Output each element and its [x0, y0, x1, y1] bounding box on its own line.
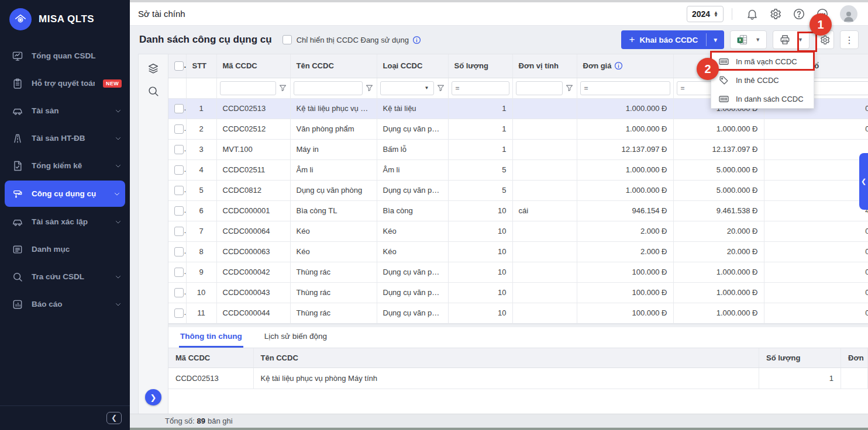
info-icon[interactable]	[412, 36, 421, 44]
sidebar-item-6[interactable]: Tài sản xác lập	[0, 208, 130, 235]
right-panel-handle[interactable]: ❮	[859, 153, 868, 210]
filter-operator[interactable]: =	[454, 84, 463, 92]
table-cell	[512, 139, 577, 159]
table-cell: 2.000 Đ	[577, 221, 673, 241]
table-row[interactable]: 7CCDC000064KéoKéo102.000 Đ20.000 Đ0	[168, 221, 868, 241]
row-checkbox[interactable]	[174, 227, 184, 236]
bell-icon[interactable]	[746, 8, 759, 20]
table-cell: 0	[764, 282, 868, 303]
price-info-icon[interactable]	[614, 61, 623, 70]
filter-input[interactable]	[463, 84, 507, 92]
table-row[interactable]: 9CCDC000042Thùng rácDụng cụ văn phòn...1…	[168, 262, 868, 282]
filter-box: =	[452, 81, 509, 95]
filter-select-caret-icon[interactable]: ▼	[423, 85, 431, 91]
table-row[interactable]: 2CCDC02512Văn phòng phẩmDụng cụ văn phòn…	[168, 119, 868, 139]
filter-funnel-icon[interactable]	[565, 84, 574, 92]
col-header-ma-ccdc[interactable]: Mã CCDC	[216, 54, 290, 78]
sidebar-item-7[interactable]: Danh mục	[0, 235, 130, 263]
filter-input[interactable]	[383, 84, 423, 92]
tab-thong-tin-chung[interactable]: Thông tin chung	[179, 327, 243, 348]
more-actions-icon[interactable]: ⋮	[840, 30, 859, 49]
col-header-loai-ccdc[interactable]: Loại CCDC	[377, 54, 448, 78]
filter-funnel-icon[interactable]	[436, 84, 445, 92]
print-dropdown-chevron-icon[interactable]: ▼	[794, 31, 807, 48]
row-checkbox[interactable]	[174, 104, 184, 113]
table-cell	[168, 139, 186, 159]
sidebar-item-1[interactable]: Hỗ trợ quyết toánNEW	[0, 70, 130, 97]
row-checkbox[interactable]	[174, 145, 184, 154]
show-in-use-checkbox[interactable]	[283, 35, 292, 44]
tab-lich-su-bien-dong[interactable]: Lịch sử biến động	[263, 327, 328, 348]
row-checkbox[interactable]	[174, 165, 184, 175]
menu-item-1[interactable]: In thẻ CCDC	[711, 71, 814, 89]
sidebar-item-9[interactable]: Báo cáo	[0, 290, 130, 318]
table-row[interactable]: 3MVT.100Máy inBấm lỗ112.137.097 Đ12.137.…	[168, 139, 868, 159]
detail-row[interactable]: CCDC02513 Kệ tài liệu phục vụ phòng Máy …	[168, 368, 868, 389]
year-selector[interactable]: 2024 ▲▼	[687, 6, 724, 22]
filter-funnel-icon[interactable]	[365, 84, 374, 92]
filter-operator[interactable]: =	[583, 84, 591, 92]
layers-icon[interactable]	[147, 63, 160, 75]
select-all-checkbox[interactable]	[174, 61, 184, 71]
detail-col-don: Đơn	[841, 348, 868, 368]
row-checkbox[interactable]	[174, 124, 184, 134]
col-header-don-vi-tinh[interactable]: Đơn vị tính	[512, 54, 577, 78]
sidebar-item-8[interactable]: Tra cứu CSDL	[0, 263, 130, 290]
excel-dropdown-chevron-icon[interactable]: ▼	[752, 31, 764, 48]
filter-operator[interactable]: =	[680, 84, 688, 92]
table-cell	[512, 282, 577, 303]
col-header-so-luong[interactable]: Số lượng	[448, 54, 512, 78]
settings-gear-icon[interactable]	[769, 8, 782, 20]
table-row[interactable]: 6CCDC000001Bìa còng TLBìa còng10cái946.1…	[168, 200, 868, 221]
table-row[interactable]: 11CCDC000044Thùng rácDụng cụ văn phòn...…	[168, 303, 868, 323]
col-header-ten-ccdc[interactable]: Tên CCDC	[290, 54, 377, 78]
filter-input[interactable]	[519, 84, 560, 92]
table-row[interactable]: 5CCDC0812Dụng cụ văn phòngDụng cụ văn ph…	[168, 180, 868, 200]
sidebar-item-5[interactable]: Công cụ dụng cụ	[5, 181, 125, 207]
sidebar-item-0[interactable]: Tổng quan CSDL	[0, 42, 130, 70]
row-checkbox[interactable]	[174, 268, 184, 277]
table-row[interactable]: 8CCDC000063KéoKéo102.000 Đ20.000 Đ0	[168, 241, 868, 262]
filter-input[interactable]	[297, 84, 360, 92]
table-cell: 7	[186, 221, 216, 241]
table-cell: CCDC000063	[216, 241, 290, 262]
header-select-all[interactable]	[168, 54, 186, 78]
table-cell	[168, 180, 186, 200]
table-cell	[168, 221, 186, 241]
export-excel-group: X ▼	[730, 30, 767, 49]
sidebar-item-2[interactable]: Tài sản	[0, 97, 130, 124]
declare-ccdc-button[interactable]: +Khai báo CCDC ▼	[621, 30, 725, 49]
table-cell: 10	[448, 282, 512, 303]
excel-export-icon[interactable]: X	[733, 31, 752, 48]
sidebar-collapse-button[interactable]: ❮	[106, 412, 122, 424]
printer-icon[interactable]	[776, 31, 794, 48]
row-checkbox[interactable]	[174, 206, 184, 216]
declare-dropdown-chevron-icon[interactable]: ▼	[707, 30, 724, 49]
row-checkbox[interactable]	[174, 308, 184, 318]
col-header-don-gia[interactable]: Đơn giá	[577, 54, 673, 78]
filter-funnel-icon[interactable]	[278, 84, 287, 92]
brand-name: MISA QLTS	[39, 13, 94, 25]
expand-panel-button[interactable]: ❯	[145, 389, 161, 405]
table-cell: CCDC000001	[216, 200, 290, 221]
lookup-icon	[12, 271, 23, 283]
table-row[interactable]: 4CCDC02511Âm liÂm li51.000.000 Đ5.000.00…	[168, 159, 868, 180]
year-spinner-icon[interactable]: ▲▼	[714, 11, 718, 17]
table-cell	[168, 303, 186, 323]
row-checkbox[interactable]	[174, 186, 184, 195]
user-avatar[interactable]	[840, 5, 857, 23]
col-header-stt[interactable]: STT	[186, 54, 216, 78]
filter-input[interactable]	[223, 84, 273, 92]
row-checkbox[interactable]	[174, 288, 184, 297]
menu-item-2[interactable]: In danh sách CCDC	[711, 89, 814, 108]
help-icon[interactable]	[793, 8, 805, 20]
tools-icon	[12, 188, 23, 200]
row-checkbox[interactable]	[174, 247, 184, 256]
search-icon[interactable]	[147, 85, 160, 98]
menu-item-0[interactable]: In mã vạch CCDC	[711, 52, 814, 71]
sidebar-footer: ❮	[0, 405, 130, 430]
filter-input[interactable]	[591, 84, 667, 92]
table-row[interactable]: 10CCDC000043Thùng rácDụng cụ văn phòn...…	[168, 282, 868, 303]
sidebar-item-3[interactable]: Tài sản HT-ĐB	[0, 124, 130, 152]
sidebar-item-4[interactable]: Tổng kiểm kê	[0, 152, 130, 179]
